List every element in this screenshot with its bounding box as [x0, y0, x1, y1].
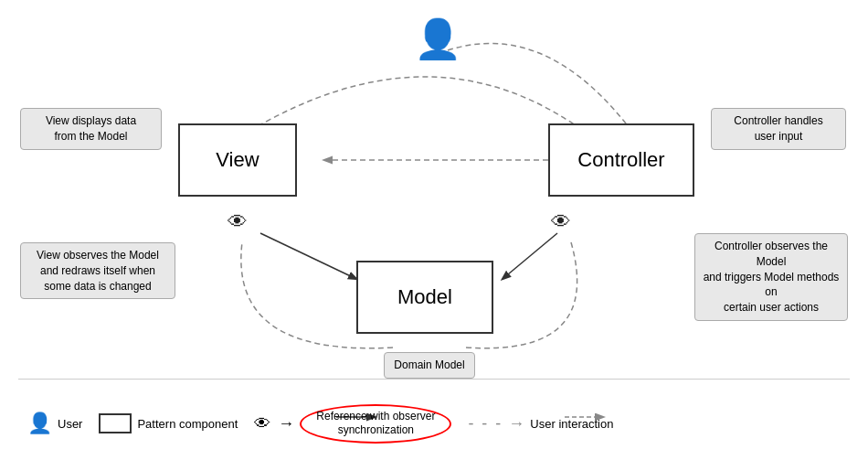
legend-area: 👤 User Pattern component 👁 → Reference w…	[27, 404, 841, 444]
controller-box: Controller	[548, 123, 694, 197]
user-person-icon: 👤	[414, 16, 460, 61]
view-displays-text: View displays data from the Model	[46, 114, 136, 143]
mvc-diagram: 👤 View Controller Model 👁 👁 View display…	[0, 0, 868, 460]
legend-reference-oval: Reference with observer synchronization	[300, 404, 451, 444]
view-label: View	[216, 148, 259, 172]
view-to-model-arrow	[260, 233, 356, 279]
legend-reference: 👁 → Reference with observer synchronizat…	[254, 404, 451, 444]
legend-user: 👤 User	[27, 412, 82, 435]
legend-arrow-icon: →	[278, 414, 294, 433]
view-eye-icon: 👁	[228, 210, 248, 234]
user-to-controller-arc	[448, 43, 635, 135]
legend-user-label: User	[58, 417, 82, 431]
legend-pattern-component: Pattern component	[99, 413, 238, 433]
legend-dashed-icon: - - -	[468, 414, 503, 433]
legend-user-interaction: - - - → User interaction	[468, 414, 613, 433]
controller-to-model-arrow	[503, 233, 557, 279]
view-box: View	[178, 123, 297, 197]
legend-component-box	[99, 413, 132, 433]
domain-model-text: Domain Model	[394, 358, 464, 371]
legend-dashed-arrow-icon: →	[508, 414, 524, 433]
view-observes-text: View observes the Model and redraws itse…	[37, 249, 159, 293]
view-displays-label: View displays data from the Model	[20, 108, 162, 150]
domain-model-label: Domain Model	[384, 352, 475, 379]
controller-observes-label: Controller observes the Model and trigge…	[694, 233, 848, 321]
view-observes-label: View observes the Model and redraws itse…	[20, 242, 175, 299]
controller-observes-text: Controller observes the Model and trigge…	[704, 240, 840, 314]
model-label: Model	[397, 285, 452, 309]
legend-eye-icon: 👁	[254, 414, 270, 433]
legend-reference-text: Reference with observer synchronization	[316, 410, 435, 437]
legend-user-interaction-label: User interaction	[530, 417, 613, 431]
legend-pattern-label: Pattern component	[137, 417, 238, 431]
controller-eye-icon: 👁	[551, 210, 571, 234]
model-box: Model	[356, 261, 493, 334]
legend-user-icon: 👤	[27, 412, 52, 435]
controller-label: Controller	[577, 148, 664, 172]
legend-divider	[18, 379, 850, 380]
controller-handles-text: Controller handles user input	[734, 114, 822, 143]
diagram-svg	[0, 0, 868, 460]
controller-handles-label: Controller handles user input	[711, 108, 846, 150]
